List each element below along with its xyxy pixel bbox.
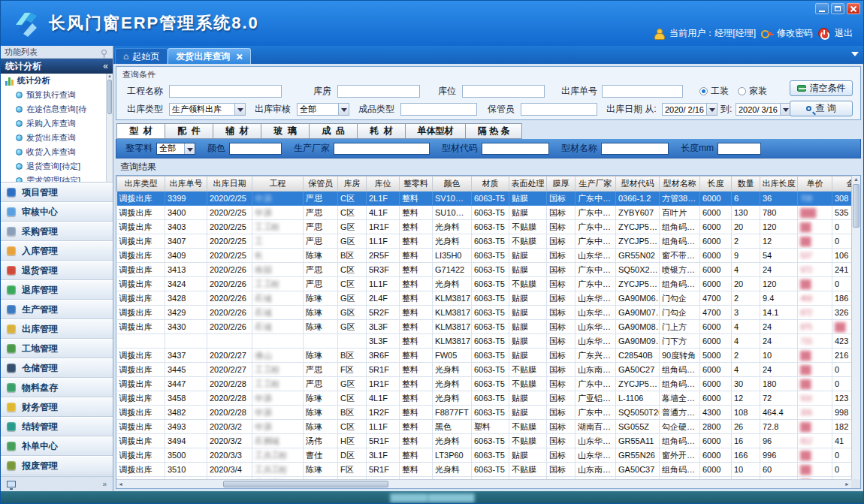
warehouse-input[interactable] (337, 85, 420, 98)
table-row[interactable]: 调拨出库34132020/2/26南 园 严思C区5R3F整料G71422606… (117, 263, 862, 277)
audit-select[interactable]: 全部 (297, 103, 349, 116)
sidebar-module-item[interactable]: 生产管理 (1, 300, 113, 319)
table-row[interactable]: 调拨出库34242020/2/26工 工程严思C区1L1F整料光身料6063-T… (117, 277, 862, 291)
order-no-input[interactable] (602, 85, 683, 98)
location-input[interactable] (462, 85, 545, 98)
sidebar-tree-item[interactable]: 发货出库查询 (1, 131, 106, 145)
change-password-link[interactable]: 修改密码 (777, 27, 813, 40)
whole-material-select[interactable]: 全部 (156, 143, 195, 155)
column-header-manufacturer[interactable]: 生产厂家 (575, 177, 616, 192)
profile-code-input[interactable] (482, 143, 549, 155)
profile-name-input[interactable] (601, 143, 669, 155)
sidebar-section-header[interactable]: 统计分析 « (1, 59, 113, 74)
sidebar-module-item[interactable]: 项目管理 (1, 183, 113, 202)
sidebar-tree-item[interactable]: 需求管理[待定] (1, 174, 106, 183)
column-header-length[interactable]: 长度 (700, 177, 732, 192)
sidebar-module-item[interactable]: 工地管理 (1, 339, 113, 358)
sidebar-module-item[interactable]: 退库管理 (1, 280, 113, 300)
column-header-out-type[interactable]: 出库类型 (117, 177, 165, 192)
tab-home[interactable]: 起始页 (115, 48, 168, 64)
tree-scrollbar[interactable]: ▲ (106, 74, 113, 182)
column-header-film-thickness[interactable]: 膜厚 (547, 177, 575, 192)
table-row[interactable]: 调拨出库34822020/2/28华 源 陈琳B区1R2F整料F8877FT60… (117, 406, 862, 420)
radio-option[interactable]: 家装 (738, 85, 767, 98)
sidebar-module-item[interactable]: 物料盘存 (1, 378, 113, 397)
tab-shipment-outbound-query[interactable]: 发货出库查询 (168, 48, 251, 64)
sidebar-module-item[interactable]: 补单中心 (1, 436, 113, 456)
material-tab[interactable]: 配 件 (165, 123, 213, 139)
color-input[interactable] (229, 143, 282, 155)
column-header-unit-price[interactable]: 单价 (798, 177, 832, 192)
column-header-color[interactable]: 颜色 (433, 177, 472, 192)
sidebar-module-item[interactable]: 退货管理 (1, 261, 113, 280)
sidebar-module-item[interactable]: 入库管理 (1, 241, 113, 261)
sidebar-module-item[interactable]: 仓储管理 (1, 358, 113, 378)
table-row[interactable]: 调拨出库34032020/2/25工 工程严思G区1R1F整料光身料6063-T… (117, 220, 862, 234)
column-header-out-length[interactable]: 出库长度 (760, 177, 798, 192)
maximize-button[interactable] (831, 3, 844, 14)
sidebar-tree-item[interactable]: 收货入库查询 (1, 145, 106, 159)
material-tab[interactable]: 玻 璃 (261, 123, 309, 139)
logout-link[interactable]: 退出 (835, 27, 853, 40)
column-header-order-no[interactable]: 出库单号 (165, 177, 207, 192)
tab-close-icon[interactable] (236, 53, 243, 60)
column-header-quantity[interactable]: 数量 (732, 177, 760, 192)
sidebar-module-item[interactable]: 报废管理 (1, 456, 113, 475)
table-row[interactable]: 调拨出库33992020/2/25华 源严思C区2L1F整料SV10…6063-… (117, 192, 862, 206)
sidebar-tree-item[interactable]: 退货查询[待定] (1, 159, 106, 174)
date-from-picker[interactable]: 2020/ 2/16 (662, 103, 717, 116)
column-header-material[interactable]: 材质 (472, 177, 509, 192)
column-header-project[interactable]: 工程 (252, 177, 304, 192)
date-to-picker[interactable]: 2020/ 3/16 (736, 103, 791, 116)
table-row[interactable]: 调拨出库34472020/2/28工 工程严思G区1R1F整料光身料6063-T… (117, 377, 862, 391)
material-tab[interactable]: 成 品 (309, 123, 357, 139)
radio-option[interactable]: 工装 (699, 85, 729, 98)
table-row[interactable]: 调拨出库35002020/3/3工 共工程曹佳D区3L1F整料LT3P60606… (117, 448, 862, 463)
monitor-icon[interactable] (7, 481, 16, 487)
material-tab[interactable]: 隔 热 条 (465, 123, 522, 139)
project-name-input[interactable] (169, 85, 282, 98)
horizontal-scrollbar-thumb[interactable] (223, 481, 388, 487)
scroll-left-icon[interactable]: ◄ (118, 480, 123, 488)
table-row[interactable]: 调拨出库34072020/2/25工 严思G区1L1F整料光身料6063-T5不… (117, 234, 862, 249)
material-tab[interactable]: 耗 材 (357, 123, 405, 139)
minimize-button[interactable] (815, 3, 829, 14)
material-tab[interactable]: 单体型材 (405, 123, 465, 139)
table-row[interactable]: 调拨出库34302020/2/26石 城陈琳G区3L3F整料KLM3817606… (117, 320, 862, 334)
table-row[interactable]: 调拨出库34372020/2/27佛 山 陈琳B区3R6F整料FW056063-… (117, 349, 862, 363)
pin-icon[interactable] (101, 50, 107, 55)
vertical-scrollbar[interactable]: ▲ (851, 176, 860, 479)
sidebar-module-item[interactable]: 出库管理 (1, 319, 113, 339)
column-header-location[interactable]: 库位 (367, 177, 400, 192)
clear-conditions-button[interactable]: 清空条件 (790, 80, 853, 96)
out-type-select[interactable]: 生产领料出库 (169, 103, 246, 116)
search-button[interactable]: 查 询 (790, 101, 853, 116)
column-header-warehouse[interactable]: 库房 (338, 177, 367, 192)
material-tab[interactable]: 型 材 (116, 123, 165, 139)
table-row[interactable]: 调拨出库35102020/3/4工 共工程陈琳F区5R1F整料光身料6063-T… (117, 463, 862, 477)
table-row[interactable]: 调拨出库34942020/3/2石 辉城汤伟H区5R1F整料光身料6063-T5… (117, 434, 862, 448)
material-tab[interactable]: 辅 材 (213, 123, 261, 139)
table-row[interactable]: 调拨出库34582020/2/28华 源 陈琳C区4L1F整料光身料6063-T… (117, 391, 862, 406)
column-header-profile-code[interactable]: 型材代码 (616, 177, 660, 192)
table-row[interactable]: 调拨出库34092020/2/25长 陈琳B区2R5F整料LI35H06063-… (117, 249, 862, 263)
keeper-input[interactable] (521, 103, 597, 116)
column-header-surface-treatment[interactable]: 表面处理 (509, 177, 547, 192)
sidebar-module-item[interactable]: 采购管理 (1, 222, 113, 241)
sidebar-tree-root[interactable]: 统计分析 (1, 74, 106, 88)
close-button[interactable] (847, 3, 860, 14)
column-header-out-date[interactable]: 出库日期 (207, 177, 252, 192)
table-row[interactable]: 调拨出库34452020/2/27工 工程严思F区5R1F整料光身料6063-T… (117, 363, 862, 377)
table-row[interactable]: 调拨出库34002020/2/25华 源 严思C区4L1F整料SU10…6063… (117, 206, 862, 220)
tab-list-chevron-icon[interactable] (851, 52, 859, 60)
table-row[interactable]: 调拨出库34292020/2/26石 城陈琳G区5R2F整料KLM3817606… (117, 306, 862, 320)
sidebar-tree-item[interactable]: 预算执行查询 (1, 88, 106, 102)
product-type-input[interactable] (400, 103, 477, 116)
table-row[interactable]: 调拨出库34282020/2/26石 城陈琳G区2L4F整料KLM3817606… (117, 291, 862, 306)
sidebar-tree-item[interactable]: 在途信息查询[待 (1, 102, 106, 116)
sidebar-module-item[interactable]: 财务管理 (1, 397, 113, 417)
table-row[interactable]: 调拨出库34932020/3/2华 源 陈琳C区1L1F整料黑色塑料不贴膜国标湖… (117, 420, 862, 434)
sidebar-module-item[interactable]: 结转管理 (1, 417, 113, 436)
horizontal-scrollbar[interactable]: ◄ ► (116, 479, 851, 488)
vertical-scrollbar-thumb[interactable] (853, 184, 859, 228)
